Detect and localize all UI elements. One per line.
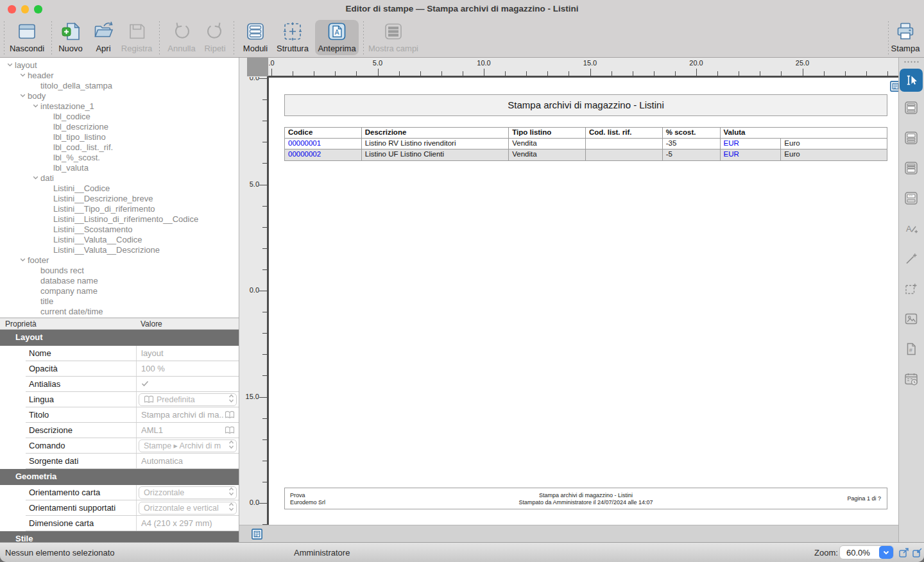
page-navigator-strip — [239, 525, 898, 542]
tree-item-titolo-della-stampa[interactable]: titolo_della_stampa — [0, 80, 239, 90]
tree-item-listini-valuta-descrizione[interactable]: Listini__Valuta__Descrizione — [0, 244, 239, 255]
tree-item-label: lbl_descrizione — [53, 122, 108, 132]
tool-add-text-icon[interactable]: A — [900, 217, 923, 240]
page-thumbnail-icon[interactable] — [251, 528, 263, 540]
tool-band-bottom-icon[interactable] — [900, 157, 923, 180]
toolbar-button-annulla[interactable]: Annulla — [163, 19, 200, 56]
svg-text:A: A — [335, 29, 339, 36]
tool-band-top-icon[interactable] — [900, 126, 923, 149]
tree-item-body[interactable]: body — [0, 90, 239, 101]
tree-item-listini-listino-di-riferimento-codice[interactable]: Listini__Listino_di_riferimento__Codice — [0, 214, 239, 224]
toolbar-button-moduli[interactable]: Moduli — [238, 19, 273, 56]
tree-item-listini-tipo-di-riferimento[interactable]: Listini__Tipo_di_riferimento — [0, 203, 239, 214]
tool-date-time-icon[interactable] — [900, 368, 923, 391]
select-value: Orizzontale — [144, 488, 228, 497]
property-value[interactable]: AML1 — [141, 425, 224, 435]
tree-item-lbl-cod-list-rif[interactable]: lbl_cod._list._rif. — [0, 142, 239, 152]
chevron-down-icon[interactable] — [18, 73, 28, 77]
tree-item-dati[interactable]: dati — [0, 173, 239, 183]
tree-item-company-name[interactable]: company name — [0, 285, 239, 296]
tree-item-layout[interactable]: layout — [0, 60, 239, 70]
chevron-down-icon[interactable] — [31, 104, 40, 108]
tree-item-label: intestazione_1 — [40, 101, 94, 111]
property-value[interactable]: Stampa archivi di ma... — [141, 410, 224, 420]
toolbar-button-registra[interactable]: Registra — [116, 19, 157, 56]
table-header-tipo-listino: Tipo listino — [509, 128, 586, 138]
property-select[interactable]: Stampe ▸ Archivi di m — [139, 439, 237, 452]
undo-icon — [171, 21, 193, 42]
tool-add-rect-icon[interactable] — [900, 277, 923, 300]
tree-item-lbl-codice[interactable]: lbl_codice — [0, 111, 239, 121]
property-value[interactable]: layout — [141, 348, 224, 358]
property-row-sorgente-dati: Sorgente datiAutomatica — [0, 454, 239, 469]
tree-item-lbl-tipo-listino[interactable]: lbl_tipo_listino — [0, 132, 239, 142]
tree-item-listini-descrizione-breve[interactable]: Listini__Descrizione_breve — [0, 193, 239, 203]
book-icon[interactable] — [225, 426, 235, 434]
tree-item-listini-scostamento[interactable]: Listini__Scostamento — [0, 224, 239, 234]
tree-item-lbl-descrizione[interactable]: lbl_descrizione — [0, 121, 239, 132]
tree-item-intestazione-1[interactable]: intestazione_1 — [0, 101, 239, 111]
property-row-orientamento-carta: Orientamento cartaOrizzontale — [0, 485, 239, 500]
book-icon — [144, 395, 154, 404]
property-value[interactable]: 100 % — [141, 364, 224, 373]
toolbar-button-ripeti[interactable]: Ripeti — [200, 19, 230, 56]
table-cell: Listino UF Listino Clienti — [362, 149, 509, 160]
property-select[interactable]: Orizzontale e vertical — [139, 502, 237, 515]
tree-item-bounds-rect[interactable]: bounds rect — [0, 265, 239, 275]
property-select[interactable]: Predefinita — [139, 393, 237, 406]
tool-field-band-icon[interactable]: <> — [900, 187, 923, 210]
chevron-down-icon[interactable] — [31, 176, 40, 180]
tree-item-listini-valuta-codice[interactable]: Listini__Valuta__Codice — [0, 234, 239, 244]
titlebar: Editor di stampe — Stampa archivi di mag… — [0, 0, 924, 18]
tree-item-title[interactable]: title — [0, 296, 239, 306]
property-row-lingua: LinguaPredefinita — [0, 392, 239, 407]
zoom-chevron-down-icon[interactable] — [879, 546, 893, 559]
book-icon[interactable] — [225, 411, 235, 419]
tree-item-label: Listini__Listino_di_riferimento__Codice — [53, 214, 198, 224]
toolbar-button-nuovo[interactable]: Nuovo — [53, 19, 89, 56]
tool-add-line-icon[interactable] — [900, 247, 923, 270]
section-header-stile: Stile — [0, 531, 239, 542]
property-value[interactable]: Automatica — [141, 456, 224, 466]
tree-item-lbl-scost[interactable]: lbl_%_scost. — [0, 152, 239, 162]
ruler-label: 20.0 — [683, 59, 709, 67]
tree-item-listini-codice[interactable]: Listini__Codice — [0, 183, 239, 193]
rail-drag-handle[interactable] — [903, 60, 920, 64]
page-indicator-icon[interactable] — [889, 80, 898, 92]
toolbar-button-label: Annulla — [163, 44, 200, 53]
tree-item-footer[interactable]: footer — [0, 255, 239, 265]
property-select[interactable]: Orizzontale — [139, 486, 237, 499]
checkbox-checked-icon[interactable] — [141, 380, 149, 387]
toolbar-button-label: Ripeti — [200, 44, 230, 53]
print-preview-area: Stampa archivi di magazzino - Listini Co… — [239, 58, 898, 542]
zoom-value: 60.0% — [846, 548, 870, 558]
tree-item-current-date-time[interactable]: current date/time — [0, 306, 239, 316]
tree-item-database-name[interactable]: database name — [0, 275, 239, 285]
svg-text:A: A — [906, 224, 912, 234]
property-row-comando: ComandoStampe ▸ Archivi di m — [0, 438, 239, 454]
detach-window-icon[interactable] — [898, 546, 911, 559]
tree-item-label: title — [40, 296, 53, 306]
tool-page-number-icon[interactable]: # — [900, 337, 923, 361]
property-value[interactable]: A4 (210 x 297 mm) — [141, 518, 224, 528]
toolbar-button-label: Stampa — [887, 44, 923, 53]
tool-image-icon[interactable] — [900, 307, 923, 330]
attach-window-icon[interactable] — [911, 546, 924, 559]
tree-item-header[interactable]: header — [0, 70, 239, 80]
tree-item-lbl-valuta[interactable]: lbl_valuta — [0, 162, 239, 173]
properties-header-property: Proprietà — [5, 319, 37, 328]
toolbar-button-anteprima[interactable]: AAnteprima — [313, 19, 361, 56]
toolbar-button-mostra-campi[interactable]: Mostra campi — [364, 19, 422, 56]
toolbar-button-nascondi[interactable]: Nascondi — [3, 19, 51, 56]
toolbar-button-apri[interactable]: Apri — [89, 19, 118, 56]
chevron-down-icon[interactable] — [18, 94, 28, 98]
toolbar-button-stampa[interactable]: Stampa — [887, 19, 923, 56]
chevron-down-icon[interactable] — [5, 63, 15, 67]
zoom-select[interactable]: 60.0% — [839, 545, 894, 559]
table-cell: -5 — [663, 149, 721, 160]
tool-select-tool-icon[interactable] — [900, 69, 923, 92]
tool-band-middle-icon[interactable] — [900, 96, 923, 119]
toolbar-button-struttura[interactable]: Struttura — [272, 19, 313, 56]
property-label: Nome — [29, 348, 51, 358]
chevron-down-icon[interactable] — [18, 258, 28, 262]
